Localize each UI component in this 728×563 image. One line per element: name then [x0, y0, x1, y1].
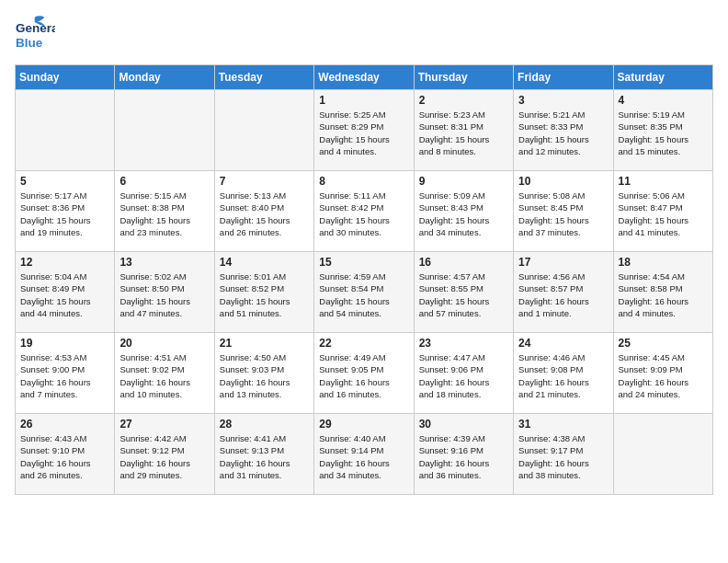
day-number: 23 — [419, 337, 508, 350]
day-info: Sunrise: 4:41 AM Sunset: 9:13 PM Dayligh… — [220, 432, 309, 481]
day-number: 2 — [419, 94, 508, 107]
day-info: Sunrise: 5:21 AM Sunset: 8:33 PM Dayligh… — [518, 109, 608, 157]
day-info: Sunrise: 4:42 AM Sunset: 9:12 PM Dayligh… — [119, 432, 209, 481]
day-number: 29 — [319, 418, 408, 431]
calendar-cell: 30Sunrise: 4:39 AM Sunset: 9:16 PM Dayli… — [414, 414, 513, 495]
svg-text:General: General — [16, 21, 55, 35]
day-number: 9 — [419, 175, 508, 188]
calendar-cell: 18Sunrise: 4:54 AM Sunset: 8:58 PM Dayli… — [613, 252, 712, 333]
weekday-header: Saturday — [613, 65, 712, 90]
day-info: Sunrise: 4:51 AM Sunset: 9:02 PM Dayligh… — [119, 351, 209, 400]
day-number: 16 — [419, 256, 508, 269]
day-number: 14 — [220, 256, 309, 269]
calendar-cell: 4Sunrise: 5:19 AM Sunset: 8:35 PM Daylig… — [613, 90, 712, 171]
calendar-cell: 28Sunrise: 4:41 AM Sunset: 9:13 PM Dayli… — [214, 414, 313, 495]
weekday-header-row: SundayMondayTuesdayWednesdayThursdayFrid… — [16, 65, 713, 90]
day-number: 25 — [619, 337, 708, 350]
day-number: 24 — [518, 337, 608, 350]
day-number: 1 — [319, 94, 408, 107]
day-info: Sunrise: 4:40 AM Sunset: 9:14 PM Dayligh… — [319, 432, 408, 481]
day-info: Sunrise: 4:57 AM Sunset: 8:55 PM Dayligh… — [419, 270, 508, 319]
calendar-cell: 2Sunrise: 5:23 AM Sunset: 8:31 PM Daylig… — [414, 90, 513, 171]
day-info: Sunrise: 5:19 AM Sunset: 8:35 PM Dayligh… — [619, 109, 708, 157]
calendar-week-row: 12Sunrise: 5:04 AM Sunset: 8:49 PM Dayli… — [16, 252, 713, 333]
day-info: Sunrise: 5:23 AM Sunset: 8:31 PM Dayligh… — [419, 109, 508, 157]
calendar-table: SundayMondayTuesdayWednesdayThursdayFrid… — [15, 64, 713, 495]
calendar-cell: 26Sunrise: 4:43 AM Sunset: 9:10 PM Dayli… — [16, 414, 115, 495]
day-number: 3 — [518, 94, 608, 107]
calendar-cell: 19Sunrise: 4:53 AM Sunset: 9:00 PM Dayli… — [16, 333, 115, 414]
page-header: General Blue — [15, 15, 713, 55]
day-number: 8 — [319, 175, 408, 188]
day-info: Sunrise: 5:09 AM Sunset: 8:43 PM Dayligh… — [419, 190, 508, 238]
day-info: Sunrise: 5:15 AM Sunset: 8:38 PM Dayligh… — [119, 190, 209, 238]
day-number: 17 — [518, 256, 608, 269]
calendar-cell — [613, 414, 712, 495]
calendar-cell: 24Sunrise: 4:46 AM Sunset: 9:08 PM Dayli… — [514, 333, 613, 414]
calendar-cell: 21Sunrise: 4:50 AM Sunset: 9:03 PM Dayli… — [214, 333, 313, 414]
day-number: 21 — [220, 337, 309, 350]
logo-bird-icon: General Blue — [15, 15, 55, 55]
calendar-cell — [115, 90, 214, 171]
day-number: 26 — [20, 418, 109, 431]
day-info: Sunrise: 4:46 AM Sunset: 9:08 PM Dayligh… — [518, 351, 608, 400]
calendar-cell: 8Sunrise: 5:11 AM Sunset: 8:42 PM Daylig… — [314, 171, 414, 252]
day-number: 31 — [518, 418, 608, 431]
calendar-cell: 23Sunrise: 4:47 AM Sunset: 9:06 PM Dayli… — [414, 333, 513, 414]
day-number: 28 — [220, 418, 309, 431]
day-number: 5 — [20, 175, 109, 188]
calendar-cell: 6Sunrise: 5:15 AM Sunset: 8:38 PM Daylig… — [115, 171, 214, 252]
day-info: Sunrise: 5:13 AM Sunset: 8:40 PM Dayligh… — [220, 190, 309, 238]
day-number: 6 — [119, 175, 209, 188]
calendar-cell: 3Sunrise: 5:21 AM Sunset: 8:33 PM Daylig… — [514, 90, 613, 171]
calendar-cell: 29Sunrise: 4:40 AM Sunset: 9:14 PM Dayli… — [314, 414, 414, 495]
day-number: 12 — [20, 256, 109, 269]
calendar-cell: 17Sunrise: 4:56 AM Sunset: 8:57 PM Dayli… — [514, 252, 613, 333]
day-number: 10 — [518, 175, 608, 188]
calendar-cell: 12Sunrise: 5:04 AM Sunset: 8:49 PM Dayli… — [16, 252, 115, 333]
day-number: 4 — [619, 94, 708, 107]
calendar-cell: 5Sunrise: 5:17 AM Sunset: 8:36 PM Daylig… — [16, 171, 115, 252]
weekday-header: Tuesday — [214, 65, 313, 90]
calendar-cell: 11Sunrise: 5:06 AM Sunset: 8:47 PM Dayli… — [613, 171, 712, 252]
day-number: 18 — [619, 256, 708, 269]
calendar-week-row: 26Sunrise: 4:43 AM Sunset: 9:10 PM Dayli… — [16, 414, 713, 495]
day-info: Sunrise: 4:53 AM Sunset: 9:00 PM Dayligh… — [20, 351, 109, 400]
calendar-cell: 9Sunrise: 5:09 AM Sunset: 8:43 PM Daylig… — [414, 171, 513, 252]
day-info: Sunrise: 4:49 AM Sunset: 9:05 PM Dayligh… — [319, 351, 408, 400]
day-number: 11 — [619, 175, 708, 188]
weekday-header: Monday — [115, 65, 214, 90]
day-info: Sunrise: 5:04 AM Sunset: 8:49 PM Dayligh… — [20, 270, 109, 319]
day-number: 19 — [20, 337, 109, 350]
calendar-cell: 13Sunrise: 5:02 AM Sunset: 8:50 PM Dayli… — [115, 252, 214, 333]
day-number: 30 — [419, 418, 508, 431]
calendar-cell: 10Sunrise: 5:08 AM Sunset: 8:45 PM Dayli… — [514, 171, 613, 252]
day-info: Sunrise: 5:06 AM Sunset: 8:47 PM Dayligh… — [619, 190, 708, 238]
day-info: Sunrise: 4:56 AM Sunset: 8:57 PM Dayligh… — [518, 270, 608, 319]
day-number: 20 — [119, 337, 209, 350]
day-info: Sunrise: 4:59 AM Sunset: 8:54 PM Dayligh… — [319, 270, 408, 319]
weekday-header: Wednesday — [314, 65, 414, 90]
calendar-cell: 25Sunrise: 4:45 AM Sunset: 9:09 PM Dayli… — [613, 333, 712, 414]
day-info: Sunrise: 5:11 AM Sunset: 8:42 PM Dayligh… — [319, 190, 408, 238]
weekday-header: Friday — [514, 65, 613, 90]
day-info: Sunrise: 5:01 AM Sunset: 8:52 PM Dayligh… — [220, 270, 309, 319]
day-number: 13 — [119, 256, 209, 269]
day-info: Sunrise: 4:38 AM Sunset: 9:17 PM Dayligh… — [518, 432, 608, 481]
logo: General Blue — [15, 15, 55, 55]
day-info: Sunrise: 4:54 AM Sunset: 8:58 PM Dayligh… — [619, 270, 708, 319]
calendar-cell: 15Sunrise: 4:59 AM Sunset: 8:54 PM Dayli… — [314, 252, 414, 333]
day-info: Sunrise: 4:45 AM Sunset: 9:09 PM Dayligh… — [619, 351, 708, 400]
calendar-cell: 14Sunrise: 5:01 AM Sunset: 8:52 PM Dayli… — [214, 252, 313, 333]
day-info: Sunrise: 4:50 AM Sunset: 9:03 PM Dayligh… — [220, 351, 309, 400]
day-info: Sunrise: 4:39 AM Sunset: 9:16 PM Dayligh… — [419, 432, 508, 481]
calendar-cell: 1Sunrise: 5:25 AM Sunset: 8:29 PM Daylig… — [314, 90, 414, 171]
calendar-cell: 16Sunrise: 4:57 AM Sunset: 8:55 PM Dayli… — [414, 252, 513, 333]
day-info: Sunrise: 5:25 AM Sunset: 8:29 PM Dayligh… — [319, 109, 408, 157]
day-info: Sunrise: 5:02 AM Sunset: 8:50 PM Dayligh… — [119, 270, 209, 319]
day-info: Sunrise: 5:17 AM Sunset: 8:36 PM Dayligh… — [20, 190, 109, 238]
day-info: Sunrise: 4:47 AM Sunset: 9:06 PM Dayligh… — [419, 351, 508, 400]
day-info: Sunrise: 5:08 AM Sunset: 8:45 PM Dayligh… — [518, 190, 608, 238]
calendar-week-row: 19Sunrise: 4:53 AM Sunset: 9:00 PM Dayli… — [16, 333, 713, 414]
calendar-cell: 31Sunrise: 4:38 AM Sunset: 9:17 PM Dayli… — [514, 414, 613, 495]
